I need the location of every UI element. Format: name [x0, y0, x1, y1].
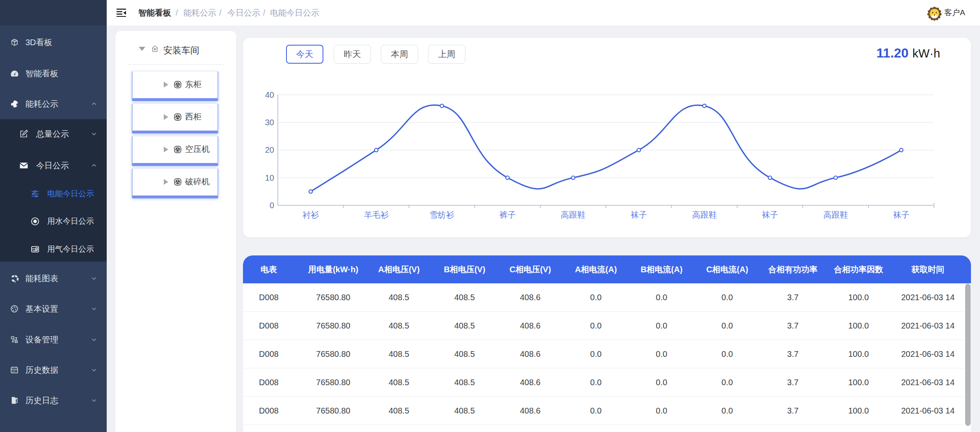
svg-text:30: 30 [265, 118, 274, 127]
svg-text:羊毛衫: 羊毛衫 [364, 210, 389, 219]
svg-text:裤子: 裤子 [499, 210, 516, 219]
svg-text:衬衫: 衬衫 [302, 210, 319, 219]
svg-text:袜子: 袜子 [631, 210, 647, 219]
svg-text:40: 40 [265, 90, 274, 99]
svg-text:袜子: 袜子 [762, 210, 778, 219]
svg-text:10: 10 [265, 173, 274, 182]
svg-text:20: 20 [265, 145, 274, 154]
svg-text:袜子: 袜子 [893, 210, 909, 219]
svg-text:高跟鞋: 高跟鞋 [823, 210, 848, 219]
svg-text:高跟鞋: 高跟鞋 [692, 210, 717, 219]
svg-text:高跟鞋: 高跟鞋 [561, 210, 586, 219]
svg-text:0: 0 [270, 201, 274, 210]
svg-text:雪纺衫: 雪纺衫 [430, 210, 454, 219]
